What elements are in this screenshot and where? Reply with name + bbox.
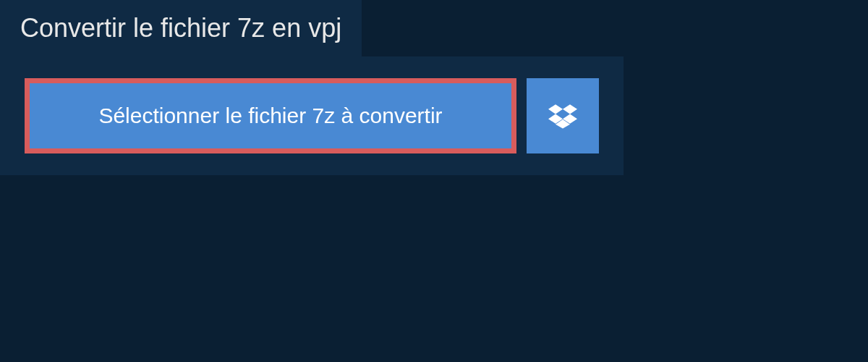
dropbox-button[interactable]: [527, 78, 599, 153]
upload-panel: Sélectionner le fichier 7z à convertir: [0, 56, 624, 175]
dropbox-icon: [548, 101, 577, 130]
select-file-button[interactable]: Sélectionner le fichier 7z à convertir: [25, 78, 516, 153]
page-title: Convertir le fichier 7z en vpj: [20, 13, 341, 43]
select-file-label: Sélectionner le fichier 7z à convertir: [98, 104, 442, 128]
header-bar: Convertir le fichier 7z en vpj: [0, 0, 362, 56]
